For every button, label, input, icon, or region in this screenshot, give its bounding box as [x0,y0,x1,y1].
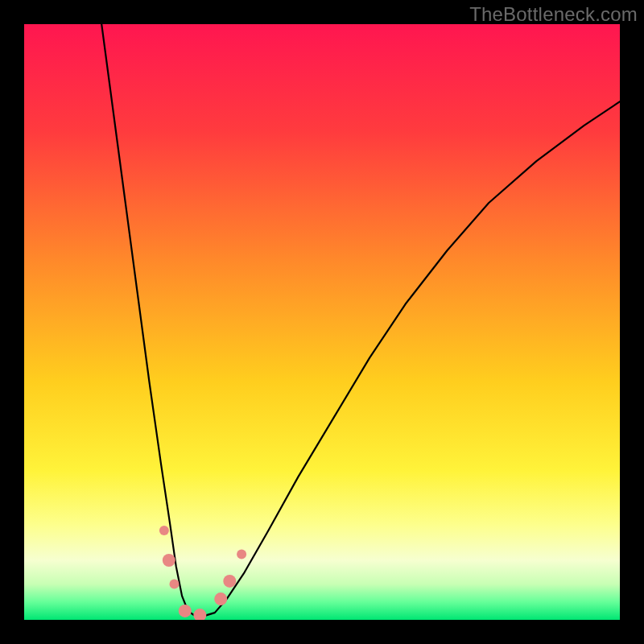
chart-svg [24,24,620,620]
chart-frame: TheBottleneck.com [0,0,644,644]
plot-area [24,24,620,620]
point-f [214,592,227,605]
point-h [237,550,246,559]
point-d [179,605,192,617]
watermark: TheBottleneck.com [469,3,638,26]
point-c [170,580,180,589]
point-b [163,554,175,567]
point-g [223,575,236,588]
point-a [159,526,169,535]
